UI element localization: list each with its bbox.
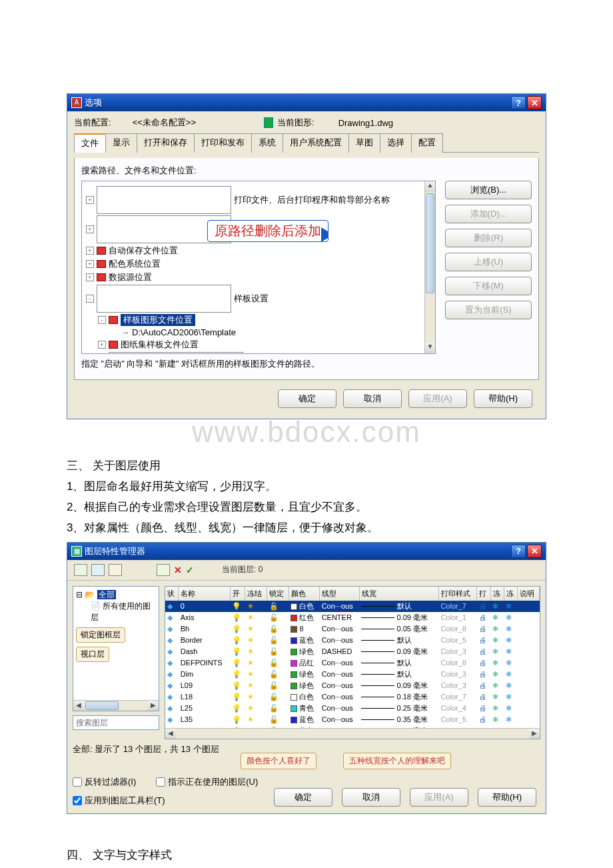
layer-color-cell[interactable]: 白色 <box>289 691 319 703</box>
layer-help-window-button[interactable]: ? <box>511 545 526 558</box>
move-up-button[interactable]: 上移(U) <box>445 253 532 271</box>
layer-color-cell[interactable]: 品红 <box>289 657 319 669</box>
freeze-new-vp-icon[interactable]: ❄ <box>506 636 512 644</box>
titlebar[interactable]: A 选项 ? ✕ <box>67 94 546 111</box>
tree-scrollbar[interactable]: ▲ ▼ <box>424 181 435 353</box>
sun-icon[interactable]: ☀ <box>247 647 254 655</box>
freeze-new-vp-icon[interactable]: ❄ <box>506 613 512 621</box>
new-layer-icon[interactable] <box>157 564 170 576</box>
layer-linetype-cell[interactable]: Con···ous <box>320 714 360 725</box>
printer-icon[interactable]: 🖨 <box>479 681 486 689</box>
lock-icon[interactable]: 🔓 <box>269 681 279 689</box>
add-button[interactable]: 添加(D)... <box>445 205 532 223</box>
column-header[interactable]: 冻 <box>504 587 517 601</box>
freeze-vp-icon[interactable]: ❄ <box>492 670 498 678</box>
layer-color-cell[interactable]: 绿色 <box>289 646 319 657</box>
layer-lineweight-cell[interactable]: 0.25 毫米 <box>359 703 438 714</box>
column-header[interactable]: 颜色 <box>289 587 319 601</box>
layer-states-icon[interactable] <box>109 564 122 576</box>
printer-icon[interactable]: 🖨 <box>479 670 486 678</box>
layer-help-button[interactable]: 帮助(H) <box>478 788 536 807</box>
layer-color-cell[interactable]: 绿色 <box>289 680 319 691</box>
layer-linetype-cell[interactable]: DASHED <box>320 646 360 657</box>
freeze-vp-icon[interactable]: ❄ <box>492 693 498 701</box>
column-header[interactable]: 开 <box>230 587 245 601</box>
printer-icon[interactable]: 🖨 <box>479 704 486 712</box>
freeze-vp-icon[interactable]: ❄ <box>492 681 498 689</box>
layer-lineweight-cell[interactable]: 0.09 毫米 <box>359 612 438 623</box>
sun-icon[interactable]: ☀ <box>247 659 254 667</box>
tab-5[interactable]: 用户系统配置 <box>283 133 349 153</box>
layer-titlebar[interactable]: ▦ 图层特性管理器 ? ✕ <box>67 543 546 560</box>
table-row[interactable]: ◆Dash💡☀🔓 绿色DASHED 0.09 毫米Color_3🖨❄❄ <box>165 646 540 657</box>
freeze-vp-icon[interactable]: ❄ <box>492 636 498 644</box>
set-current-layer-icon[interactable]: ✓ <box>186 565 194 575</box>
freeze-new-vp-icon[interactable]: ❄ <box>506 715 512 723</box>
new-group-filter-icon[interactable] <box>91 564 105 576</box>
freeze-vp-icon[interactable]: ❄ <box>492 659 498 667</box>
table-row[interactable]: ◆Axis💡☀🔓 红色CENTER 0.09 毫米Color_1🖨❄❄ <box>165 612 540 623</box>
set-current-button[interactable]: 置为当前(S) <box>445 301 532 319</box>
tree-twisty-icon[interactable]: + <box>98 341 106 349</box>
layer-color-cell[interactable]: 蓝色 <box>289 635 319 646</box>
layer-lineweight-cell[interactable]: 0.09 毫米 <box>359 646 438 657</box>
filter-scroll-right-icon[interactable]: ▶ <box>148 701 159 711</box>
new-filter-icon[interactable] <box>74 564 87 576</box>
sun-icon[interactable]: ☀ <box>247 602 254 610</box>
tree-twisty-icon[interactable]: + <box>86 225 94 233</box>
layer-linetype-cell[interactable]: Con···ous <box>320 635 360 646</box>
tab-4[interactable]: 系统 <box>251 133 283 153</box>
freeze-new-vp-icon[interactable]: ❄ <box>506 602 512 610</box>
layer-lineweight-cell[interactable]: 0.05 毫米 <box>359 623 438 635</box>
column-header[interactable]: 线型 <box>320 587 360 601</box>
lock-icon[interactable]: 🔓 <box>269 636 279 644</box>
layer-table[interactable]: 状名称开冻结锁定颜色线型线宽打印样式打冻冻说明 ◆0💡☀🔓 白色Con···ou… <box>165 587 540 739</box>
layer-color-cell[interactable]: 青色 <box>289 703 319 714</box>
table-row[interactable]: ◆L18💡☀🔓 白色Con···ous 0.18 毫米Color_7🖨❄❄ <box>165 691 540 703</box>
layer-lineweight-cell[interactable]: 默认 <box>359 601 438 612</box>
table-row[interactable]: ◆L09💡☀🔓 绿色Con···ous 0.09 毫米Color_3🖨❄❄ <box>165 680 540 691</box>
layer-cancel-button[interactable]: 取消 <box>342 788 400 807</box>
column-header[interactable]: 打印样式 <box>438 587 476 601</box>
tree-item[interactable]: → D:\AutoCAD2006\Template <box>110 327 434 338</box>
tree-twisty-icon[interactable]: + <box>86 247 94 255</box>
freeze-new-vp-icon[interactable]: ❄ <box>506 647 512 655</box>
ok-button[interactable]: 确定 <box>278 389 336 408</box>
lock-icon[interactable]: 🔓 <box>269 602 279 610</box>
bulb-icon[interactable]: 💡 <box>232 670 241 678</box>
column-header[interactable]: 冻 <box>490 587 504 601</box>
table-row[interactable]: ◆L25💡☀🔓 青色Con···ous 0.25 毫米Color_4🖨❄❄ <box>165 703 540 714</box>
freeze-new-vp-icon[interactable]: ❄ <box>506 681 512 689</box>
tree-twisty-icon[interactable]: + <box>86 260 94 268</box>
sun-icon[interactable]: ☀ <box>247 636 254 644</box>
table-row[interactable]: ◆Border💡☀🔓 蓝色Con···ous 默认Color_5🖨❄❄ <box>165 635 540 646</box>
column-header[interactable]: 状 <box>165 587 179 601</box>
tab-7[interactable]: 选择 <box>380 133 412 153</box>
tab-3[interactable]: 打印和发布 <box>194 133 252 153</box>
bulb-icon[interactable]: 💡 <box>232 659 241 667</box>
bulb-icon[interactable]: 💡 <box>232 647 241 655</box>
freeze-vp-icon[interactable]: ❄ <box>492 647 498 655</box>
layer-linetype-cell[interactable]: Con···ous <box>320 691 360 703</box>
tab-1[interactable]: 显示 <box>105 133 137 153</box>
tree-item[interactable]: - 样板设置 <box>86 284 434 313</box>
lock-icon[interactable]: 🔓 <box>269 693 279 701</box>
printer-icon[interactable]: 🖨 <box>479 636 486 644</box>
tree-item[interactable]: + 打印文件、后台打印程序和前导部分名称 <box>86 185 434 215</box>
lock-icon[interactable]: 🔓 <box>269 647 279 655</box>
layer-lineweight-cell[interactable]: 0.18 毫米 <box>359 691 438 703</box>
freeze-new-vp-icon[interactable]: ❄ <box>506 659 512 667</box>
layer-color-cell[interactable]: 红色 <box>289 612 319 623</box>
bulb-icon[interactable]: 💡 <box>232 613 241 621</box>
sun-icon[interactable]: ☀ <box>247 693 254 701</box>
printer-icon[interactable]: 🖨 <box>479 625 486 633</box>
remove-button[interactable]: 删除(R) <box>445 229 532 247</box>
table-scroll-left-icon[interactable]: ◀ <box>165 729 176 739</box>
layer-search-input[interactable] <box>73 715 159 730</box>
column-header[interactable]: 锁定 <box>267 587 289 601</box>
layer-lineweight-cell[interactable]: 0.09 毫米 <box>359 680 438 691</box>
search-paths-tree[interactable]: + 打印文件、后台打印程序和前导部分名称+ 打印机支持文件路径+ 自动保存文件位… <box>81 181 436 354</box>
column-header[interactable]: 说明 <box>518 587 540 601</box>
tree-item[interactable]: + 数据源位置 <box>86 271 434 284</box>
tree-item[interactable]: + 图纸集样板文件位置 <box>98 338 434 351</box>
